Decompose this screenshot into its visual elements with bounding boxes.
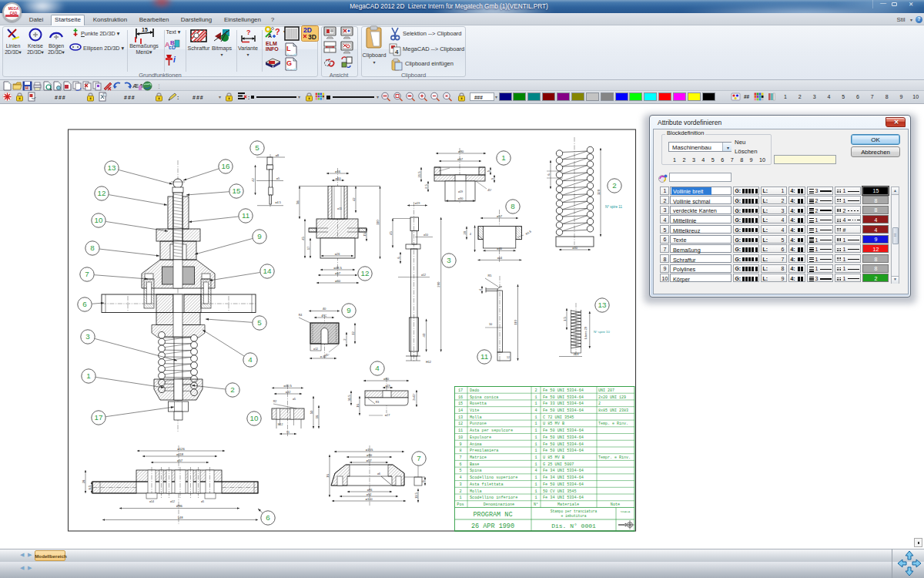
svg-text:ø19: ø19 — [385, 385, 390, 388]
svg-text:1: 1 — [86, 371, 90, 380]
svg-text:6: 6 — [266, 513, 270, 522]
svg-text:ø42: ø42 — [286, 391, 291, 394]
svg-text:16: 16 — [315, 415, 319, 418]
svg-text:1: 1 — [534, 415, 537, 420]
svg-text:ø118: ø118 — [176, 452, 184, 456]
svg-text:110: 110 — [376, 220, 380, 225]
svg-text:ø64: ø64 — [497, 257, 503, 260]
svg-text:1: 1 — [534, 449, 537, 453]
svg-text:Asta filettata: Asta filettata — [470, 482, 504, 487]
svg-text:40: 40 — [422, 333, 426, 337]
svg-text:ø57: ø57 — [177, 459, 183, 462]
svg-text:7: 7 — [459, 455, 461, 460]
svg-text:6: 6 — [547, 173, 551, 176]
svg-text:148: 148 — [178, 516, 184, 519]
svg-text:9: 9 — [459, 442, 461, 447]
svg-text:Anima: Anima — [470, 442, 482, 447]
svg-text:14: 14 — [263, 267, 272, 275]
svg-text:Denominazione: Denominazione — [484, 502, 514, 507]
svg-text:11.5: 11.5 — [414, 492, 418, 499]
svg-text:9: 9 — [346, 306, 350, 314]
svg-text:5: 5 — [487, 170, 490, 172]
svg-text:4: 4 — [534, 469, 537, 473]
svg-text:45: 45 — [389, 231, 393, 235]
svg-text:Materiale: Materiale — [557, 502, 579, 507]
svg-text:Dado: Dado — [470, 388, 479, 393]
svg-text:13: 13 — [598, 301, 607, 309]
svg-text:9: 9 — [257, 232, 261, 240]
svg-text:ø57: ø57 — [335, 271, 341, 275]
svg-text:1: 1 — [534, 482, 537, 487]
svg-text:31.5: 31.5 — [347, 395, 351, 402]
svg-text:1: 1 — [534, 489, 537, 494]
svg-text:ø126: ø126 — [177, 447, 185, 451]
svg-text:Tempr. e Rinv.: Tempr. e Rinv. — [598, 455, 631, 460]
svg-text:ø 40: ø 40 — [320, 355, 326, 358]
svg-text:Punzone: Punzone — [470, 422, 487, 426]
svg-text:U 85 MV B: U 85 MV B — [543, 455, 564, 460]
svg-text:16: 16 — [326, 474, 330, 478]
svg-text:SCALA: SCALA — [621, 510, 631, 513]
svg-text:2.5: 2.5 — [424, 183, 428, 188]
svg-text:1: 1 — [534, 455, 537, 460]
svg-text:R5: R5 — [488, 274, 492, 277]
svg-text:ø90: ø90 — [367, 453, 373, 457]
svg-text:N° spire 10: N° spire 10 — [594, 330, 610, 334]
svg-text:ø60: ø60 — [335, 279, 341, 283]
svg-text:8: 8 — [90, 244, 95, 252]
svg-text:1: 1 — [534, 442, 537, 447]
svg-text:Molla: Molla — [470, 415, 482, 420]
svg-text:45°: 45° — [487, 189, 492, 192]
svg-text:28: 28 — [82, 479, 85, 483]
svg-text:4: 4 — [375, 364, 380, 372]
svg-text:Fe 50 UNI 5334-64: Fe 50 UNI 5334-64 — [543, 442, 584, 447]
svg-text:10: 10 — [489, 323, 492, 326]
svg-text:10: 10 — [250, 414, 259, 422]
svg-text:ø14: ø14 — [149, 500, 154, 503]
svg-text:R1.5: R1.5 — [525, 230, 532, 236]
svg-text:16: 16 — [356, 404, 360, 408]
svg-text:ø16: ø16 — [335, 170, 341, 173]
svg-text:Fe 33 UNI 5334-64: Fe 33 UNI 5334-64 — [543, 402, 584, 406]
svg-text:Fe 34 UNI 5334-64: Fe 34 UNI 5334-64 — [543, 469, 584, 473]
svg-text:16: 16 — [458, 395, 463, 400]
svg-text:2x45°: 2x45° — [413, 393, 416, 401]
svg-text:ø40.5: ø40.5 — [283, 384, 292, 388]
svg-text:Rosetta: Rosetta — [470, 402, 487, 406]
svg-text:2: 2 — [598, 402, 601, 406]
svg-text:3: 3 — [447, 256, 451, 264]
svg-text:4: 4 — [248, 355, 253, 364]
svg-text:110: 110 — [514, 319, 517, 324]
svg-text:15: 15 — [233, 187, 241, 195]
svg-text:R4: R4 — [299, 314, 303, 317]
svg-text:C 72 UNI 3545: C 72 UNI 3545 — [543, 415, 574, 420]
svg-text:ø12: ø12 — [170, 500, 175, 503]
svg-text:2: 2 — [612, 181, 616, 190]
svg-text:8: 8 — [511, 202, 515, 210]
svg-text:Fe 34 UNI 5334-64: Fe 34 UNI 5334-64 — [543, 496, 584, 500]
svg-text:ø8: ø8 — [276, 154, 279, 157]
svg-text:2: 2 — [230, 385, 234, 394]
svg-text:2: 2 — [534, 388, 537, 393]
svg-text:12: 12 — [351, 331, 355, 335]
svg-text:8.5: 8.5 — [88, 485, 92, 489]
svg-text:H12: H12 — [426, 361, 431, 364]
svg-text:6: 6 — [82, 300, 87, 308]
svg-text:R3: R3 — [376, 401, 379, 404]
svg-text:1: 1 — [534, 435, 537, 440]
svg-text:5: 5 — [255, 143, 259, 152]
svg-text:40: 40 — [323, 307, 326, 311]
svg-text:U 85 MV B: U 85 MV B — [543, 422, 564, 426]
svg-text:8x85 UNI 2383: 8x85 UNI 2383 — [598, 408, 628, 413]
svg-text:4: 4 — [534, 408, 537, 413]
svg-text:ø12: ø12 — [313, 348, 318, 351]
svg-text:20: 20 — [463, 230, 467, 234]
svg-text:Fe 50 UNI 5334-64: Fe 50 UNI 5334-64 — [543, 428, 584, 433]
svg-text:ø10: ø10 — [424, 234, 428, 237]
svg-text:Base: Base — [470, 462, 479, 467]
svg-text:Ø C: Ø C — [322, 314, 327, 318]
svg-text:1.5: 1.5 — [563, 316, 567, 321]
svg-text:50: 50 — [310, 410, 313, 414]
svg-text:5: 5 — [257, 318, 262, 327]
svg-text:Fe 50 UNI 5334-64: Fe 50 UNI 5334-64 — [543, 435, 584, 440]
